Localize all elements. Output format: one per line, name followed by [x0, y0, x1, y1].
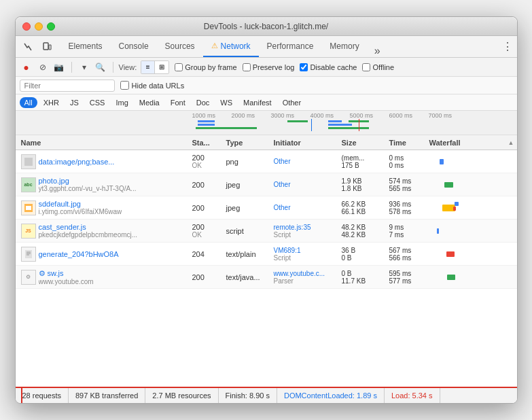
- offline-checkbox[interactable]: [362, 63, 370, 71]
- search-button[interactable]: 🔍: [94, 60, 107, 74]
- table-row[interactable]: data:image/png;base... 200 OK png Other …: [16, 150, 517, 173]
- mini-bar-2: [198, 124, 215, 126]
- type-btn-doc[interactable]: Doc: [192, 97, 215, 108]
- devtools-nav: Elements Console Sources ⚠ Network Perfo…: [16, 36, 517, 58]
- filter-button[interactable]: ▾: [77, 60, 91, 74]
- mini-bar-6: [328, 124, 352, 126]
- separator-2: [113, 62, 113, 73]
- table-row[interactable]: abc photo.jpg yt3.ggpht.com/-vu_v-hJT-3Q…: [16, 173, 517, 196]
- thumb-6: ⚙: [21, 270, 36, 285]
- col-header-status[interactable]: Sta...: [192, 139, 226, 147]
- thumb-3: [21, 200, 36, 215]
- col-header-waterfall[interactable]: Waterfall ▲: [427, 139, 517, 147]
- waterfall-bar-4: [437, 228, 439, 234]
- status-bar: 28 requests 897 KB transferred 2.7 MB re…: [16, 387, 517, 403]
- col-header-initiator[interactable]: Initiator: [274, 139, 342, 147]
- record-button[interactable]: ●: [20, 60, 33, 74]
- row-name-1: data:image/png;base...: [39, 158, 115, 166]
- tab-network[interactable]: ⚠ Network: [203, 36, 259, 57]
- cell-size-2: 1.9 KB 1.8 KB: [342, 177, 389, 192]
- row-name-6: ⚙ sw.js: [39, 269, 94, 278]
- inspect-icon[interactable]: [20, 39, 36, 55]
- maximize-button[interactable]: [47, 22, 55, 31]
- table-row[interactable]: sddefault.jpg i.ytimg.com/vi/6IfaiXM6waw…: [16, 196, 517, 220]
- type-btn-other[interactable]: Other: [278, 97, 306, 108]
- table-row[interactable]: JS cast_sender.js pkedcjkdefgpdelpbcmbme…: [16, 220, 517, 243]
- type-btn-font[interactable]: Font: [166, 97, 190, 108]
- tab-sources[interactable]: Sources: [157, 36, 203, 57]
- mini-bar-5: [328, 120, 342, 122]
- mini-bar-7: [328, 127, 369, 129]
- transferred-size: 897 KB transferred: [69, 388, 145, 403]
- clear-button[interactable]: ⊘: [36, 60, 50, 74]
- filter-bar: Hide data URLs: [16, 77, 517, 94]
- more-tabs-button[interactable]: »: [370, 45, 385, 57]
- disable-cache-checkbox[interactable]: [300, 63, 308, 71]
- tab-performance[interactable]: Performance: [259, 36, 322, 57]
- view-buttons: ≡ ⊞: [141, 60, 169, 74]
- thumb-4: JS: [21, 224, 36, 239]
- cell-type-5: text/plain: [226, 250, 274, 258]
- network-table-body: data:image/png;base... 200 OK png Other …: [16, 150, 517, 387]
- resources-size: 2.7 MB resources: [145, 388, 218, 403]
- camera-button[interactable]: 📷: [52, 60, 66, 74]
- filter-input[interactable]: [20, 80, 115, 92]
- tab-elements[interactable]: Elements: [60, 36, 111, 57]
- minimize-button[interactable]: [35, 22, 43, 31]
- row-name-4: cast_sender.js: [39, 223, 138, 231]
- view-grid-button[interactable]: ⊞: [155, 61, 169, 73]
- requests-count: 28 requests: [21, 388, 69, 403]
- devtools-menu-button[interactable]: ⋮: [502, 40, 513, 53]
- cell-status-6: 200: [192, 273, 226, 281]
- row-sub-4: pkedcjkdefgpdelpbcmbmeomcj...: [39, 231, 138, 239]
- dcl-marker: [311, 119, 312, 131]
- svg-rect-5: [25, 250, 32, 258]
- type-btn-js[interactable]: JS: [65, 97, 84, 108]
- tab-memory[interactable]: Memory: [321, 36, 367, 57]
- cell-type-3: jpeg: [226, 204, 274, 212]
- group-by-frame-checkbox[interactable]: [175, 63, 183, 71]
- col-header-size[interactable]: Size: [342, 139, 389, 147]
- cell-initiator-6: www.youtube.c... Parser: [274, 270, 342, 285]
- preserve-log-checkbox[interactable]: [243, 63, 251, 71]
- cell-name-6: ⚙ ⚙ sw.js www.youtube.com: [16, 269, 192, 285]
- close-button[interactable]: [22, 22, 31, 31]
- tab-console[interactable]: Console: [111, 36, 157, 57]
- type-btn-xhr[interactable]: XHR: [39, 97, 64, 108]
- title-bar: DevTools - luck-bacon-1.glitch.me/: [16, 17, 517, 36]
- table-row[interactable]: generate_204?bHwO8A 204 text/plain VM689…: [16, 243, 517, 266]
- cell-size-6: 0 B 11.7 KB: [342, 270, 389, 285]
- col-header-name[interactable]: Name: [16, 139, 192, 147]
- cell-type-2: jpeg: [226, 181, 274, 189]
- col-header-time[interactable]: Time: [389, 139, 427, 147]
- type-btn-img[interactable]: Img: [111, 97, 132, 108]
- cell-initiator-5: VM689:1 Script: [274, 247, 342, 262]
- device-icon[interactable]: [39, 39, 55, 55]
- type-btn-all[interactable]: All: [20, 97, 37, 108]
- type-btn-ws[interactable]: WS: [215, 97, 237, 108]
- network-toolbar: ● ⊘ 📷 ▾ 🔍 View: ≡ ⊞ Group by frame Prese…: [16, 58, 517, 77]
- hide-data-urls-label: Hide data URLs: [132, 82, 185, 90]
- hide-data-urls-checkbox[interactable]: [120, 81, 129, 90]
- sort-arrow-icon: ▲: [508, 139, 514, 146]
- svg-rect-1: [49, 45, 51, 50]
- type-btn-media[interactable]: Media: [135, 97, 164, 108]
- type-btn-manifest[interactable]: Manifest: [238, 97, 277, 108]
- table-row[interactable]: ⚙ ⚙ sw.js www.youtube.com 200 text/java.…: [16, 266, 517, 289]
- cell-time-2: 574 ms 565 ms: [389, 177, 427, 192]
- type-btn-css[interactable]: CSS: [85, 97, 110, 108]
- cell-status-1: 200 OK: [192, 154, 226, 169]
- dom-content-loaded: DOMContentLoaded: 1.89 s: [277, 388, 385, 403]
- col-header-type[interactable]: Type: [226, 139, 274, 147]
- cell-status-5: 204: [192, 250, 226, 258]
- waterfall-bar-2: [444, 182, 453, 188]
- view-list-button[interactable]: ≡: [141, 61, 155, 73]
- cell-status-2: 200: [192, 181, 226, 189]
- table-header: Name Sta... Type Initiator Size Time Wat…: [16, 135, 517, 150]
- preserve-log-checkbox-row: Preserve log: [243, 63, 295, 71]
- warning-icon: ⚠: [211, 41, 218, 50]
- cell-waterfall-3: [427, 196, 517, 220]
- load-marker: [359, 119, 359, 131]
- offline-label: Offline: [372, 63, 394, 71]
- cell-size-4: 48.2 KB 48.2 KB: [342, 224, 389, 239]
